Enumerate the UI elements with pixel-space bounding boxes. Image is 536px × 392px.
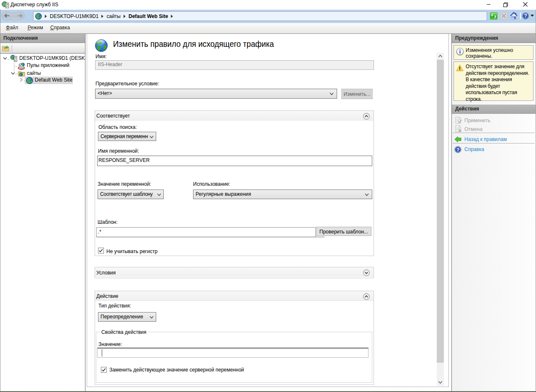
svg-text:?: ? bbox=[524, 13, 527, 19]
svg-text:?: ? bbox=[456, 147, 459, 152]
